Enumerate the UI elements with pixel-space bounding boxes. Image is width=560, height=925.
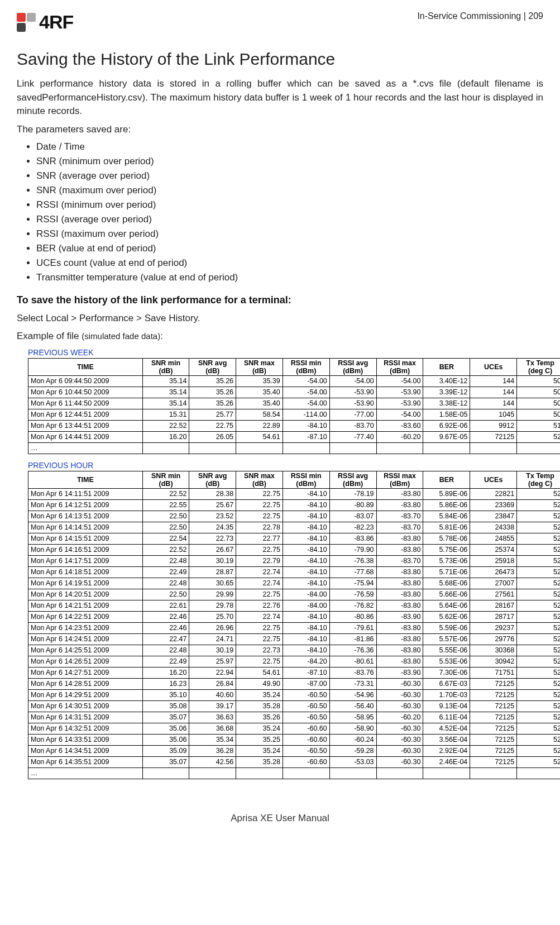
table-cell: -83.76 — [329, 667, 376, 678]
table-cell: 5.84E-06 — [423, 511, 470, 522]
table-cell: 1.58E-05 — [423, 409, 470, 420]
table-cell: -81.86 — [329, 633, 376, 645]
logo-text: 4RF — [39, 11, 73, 33]
table-cell: Mon Apr 6 14:26:51 2009 — [28, 656, 143, 667]
table-cell: -60.60 — [283, 734, 329, 745]
table-cell: 5.53E-06 — [423, 656, 470, 667]
table-cell — [470, 767, 517, 779]
table-cell: 23847 — [470, 511, 517, 522]
param-item: RSSI (average over period) — [36, 214, 543, 225]
table-cell: 16.20 — [142, 431, 189, 442]
table-cell: 35.40 — [236, 398, 283, 409]
table-cell: 4.52E-04 — [423, 723, 470, 734]
table-cell: -84.10 — [283, 499, 329, 511]
table-cell: 22.75 — [236, 633, 283, 645]
table-cell: -60.50 — [283, 689, 329, 700]
table-cell: -87.10 — [283, 431, 329, 442]
table-cell: 29776 — [470, 633, 517, 645]
intro-paragraph: Link performance history data is stored … — [17, 77, 543, 118]
table-cell: Mon Apr 6 14:16:51 2009 — [28, 544, 143, 555]
table-cell: 2.46E-04 — [423, 756, 470, 767]
col-header: RSSI min(dBm) — [283, 471, 329, 488]
table-cell: 35.06 — [142, 734, 189, 745]
table-cell: 24.35 — [189, 522, 236, 533]
table-cell: -84.10 — [283, 522, 329, 533]
table-cell: 52 — [517, 555, 560, 566]
table-cell: Mon Apr 6 14:12:51 2009 — [28, 499, 143, 511]
table-cell: 22.47 — [142, 633, 189, 645]
table-cell: 35.10 — [142, 689, 189, 700]
table-cell: -84.10 — [283, 566, 329, 578]
table-cell: 52 — [517, 667, 560, 678]
table-cell: 22.50 — [142, 589, 189, 600]
table-cell: 25918 — [470, 555, 517, 566]
table-cell: 72125 — [470, 745, 517, 756]
table-cell: -84.10 — [283, 511, 329, 522]
footer-text: Aprisa XE User Manual — [17, 813, 543, 824]
table-cell — [517, 767, 560, 779]
table-cell: 30.19 — [189, 645, 236, 656]
table-cell: Mon Apr 6 14:23:51 2009 — [28, 622, 143, 633]
table-cell: 52 — [517, 712, 560, 723]
table-cell: 15.31 — [142, 409, 189, 420]
table-cell: Mon Apr 6 14:29:51 2009 — [28, 689, 143, 700]
table-cell: 52 — [517, 645, 560, 656]
table-cell: 52 — [517, 745, 560, 756]
table-cell: 22.79 — [236, 555, 283, 566]
table-cell: 22.75 — [236, 499, 283, 511]
table-cell: 22.75 — [236, 622, 283, 633]
col-header: SNR max(dB) — [236, 471, 283, 488]
table-cell: Mon Apr 6 13:44:51 2009 — [28, 420, 143, 431]
table-cell: 52 — [517, 600, 560, 611]
table-cell: 22.50 — [142, 511, 189, 522]
col-header: RSSI avg(dBm) — [329, 358, 376, 375]
table-cell: 9912 — [470, 420, 517, 431]
table-cell: 5.55E-06 — [423, 645, 470, 656]
table-row: Mon Apr 6 14:27:51 200916.2022.9454.61-8… — [28, 667, 561, 678]
table-cell: 22.76 — [236, 600, 283, 611]
table-cell: -76.59 — [329, 589, 376, 600]
table-cell: 26.05 — [189, 431, 236, 442]
table-cell: 40.60 — [189, 689, 236, 700]
col-header: SNR max(dB) — [236, 358, 283, 375]
table-cell: 30.65 — [189, 578, 236, 589]
table-cell: 72125 — [470, 756, 517, 767]
table-cell: 22.52 — [142, 544, 189, 555]
table-cell: -54.00 — [283, 398, 329, 409]
table-cell: -82.23 — [329, 522, 376, 533]
col-header: SNR min(dB) — [142, 471, 189, 488]
table-cell: -53.03 — [329, 756, 376, 767]
table-cell: Mon Apr 6 14:20:51 2009 — [28, 589, 143, 600]
table-cell: -114.00 — [283, 409, 329, 420]
table-cell: 71751 — [470, 667, 517, 678]
table-cell: -83.70 — [329, 420, 376, 431]
table-cell: Mon Apr 6 14:25:51 2009 — [28, 645, 143, 656]
table-row: Mon Apr 6 14:32:51 200935.0636.6835.24-6… — [28, 723, 561, 734]
table-cell: -53.90 — [376, 387, 423, 398]
table-cell: 35.24 — [236, 745, 283, 756]
week-table: TIMESNR min(dB)SNR avg(dB)SNR max(dB)RSS… — [28, 358, 560, 454]
table-cell: 52 — [517, 678, 560, 689]
table-cell: 22.46 — [142, 622, 189, 633]
table-row: Mon Apr 6 14:22:51 200922.4625.7022.74-8… — [28, 611, 561, 622]
example-colon: : — [160, 331, 163, 341]
table-cell: 49.90 — [236, 678, 283, 689]
table-cell: Mon Apr 6 14:28:51 2009 — [28, 678, 143, 689]
table-row: Mon Apr 6 14:11:51 200922.5228.3822.75-8… — [28, 488, 561, 499]
table-cell: 52 — [517, 566, 560, 578]
table-cell: 6.11E-04 — [423, 712, 470, 723]
table-cell: 22.74 — [236, 566, 283, 578]
table-cell: -77.40 — [329, 431, 376, 442]
table-cell: -58.90 — [329, 723, 376, 734]
col-header: Tx Temp(deg C) — [517, 471, 560, 488]
col-header: RSSI max(dBm) — [376, 471, 423, 488]
table-cell: 3.56E-04 — [423, 734, 470, 745]
table-cell: 27561 — [470, 589, 517, 600]
table-cell: 22.77 — [236, 533, 283, 544]
table-cell: -84.10 — [283, 555, 329, 566]
param-item: RSSI (minimum over period) — [36, 199, 543, 211]
table-cell: 50 — [517, 398, 560, 409]
table-cell: 24338 — [470, 522, 517, 533]
table-cell: 35.26 — [189, 387, 236, 398]
table-row: Mon Apr 6 14:33:51 200935.0635.3435.25-6… — [28, 734, 561, 745]
